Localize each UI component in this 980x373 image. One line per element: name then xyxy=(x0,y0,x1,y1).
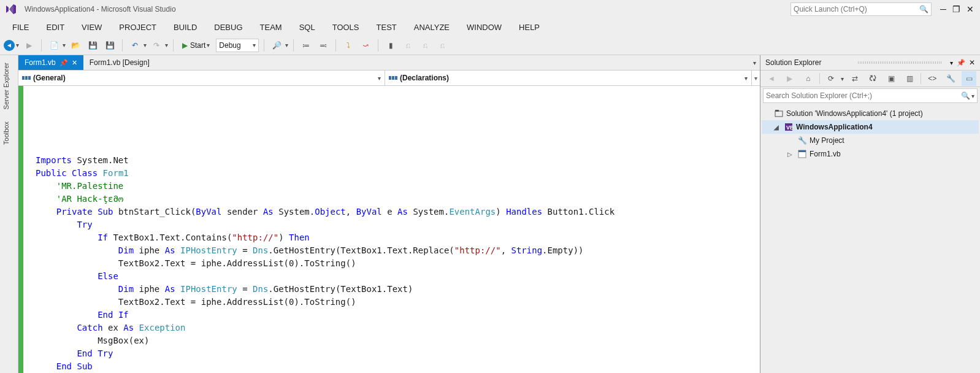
find-in-files-button[interactable]: 🔎 xyxy=(269,38,284,53)
sol-preview-button[interactable]: ▭ xyxy=(962,71,976,86)
sol-collapse-button[interactable]: ▣ xyxy=(884,71,898,86)
tree-myproject-label: My Project xyxy=(810,136,844,145)
expand-arrow-icon[interactable]: ◢ xyxy=(774,124,781,131)
start-dropdown[interactable]: ▾ xyxy=(207,42,210,48)
code-line[interactable]: End If xyxy=(36,309,760,321)
menu-window[interactable]: WINDOW xyxy=(459,20,509,34)
code-line[interactable]: 'AR Hack-ţɛმო xyxy=(36,193,760,206)
undo-dropdown[interactable]: ▾ xyxy=(144,42,147,48)
redo-button[interactable]: ↷ xyxy=(149,38,164,53)
quick-launch-input[interactable]: 🔍 xyxy=(791,2,932,16)
tree-form-node[interactable]: ▷ Form1.vb xyxy=(762,147,979,161)
sol-forward-button[interactable]: ▶ xyxy=(783,71,797,86)
menu-project[interactable]: PROJECT xyxy=(112,20,164,34)
menu-sql[interactable]: SQL xyxy=(292,20,323,34)
code-line[interactable]: If TextBox1.Text.Contains("http://") The… xyxy=(36,231,760,244)
quick-launch-field[interactable] xyxy=(794,5,919,13)
restore-button[interactable]: ❐ xyxy=(952,4,960,14)
code-line[interactable]: MsgBox(ex) xyxy=(36,334,760,347)
code-line[interactable]: Public Class Form1 xyxy=(36,167,760,180)
panel-pin-button[interactable]: 📌 xyxy=(957,59,965,67)
bookmark-button[interactable]: ▮ xyxy=(383,38,398,53)
code-line[interactable]: Private Sub btnStart_Click(ByVal sender … xyxy=(36,206,760,218)
solution-search-field[interactable] xyxy=(766,91,961,100)
svg-rect-14 xyxy=(798,150,806,152)
scope-dropdown-right[interactable]: (Declarations) xyxy=(385,71,751,85)
code-line[interactable]: Catch ex As Exception xyxy=(36,321,760,334)
menu-edit[interactable]: EDIT xyxy=(39,20,72,34)
menu-analyze[interactable]: ANALYZE xyxy=(407,20,457,34)
sidetab-server-explorer[interactable]: Server Explorer xyxy=(0,58,12,114)
svg-rect-7 xyxy=(392,76,394,80)
sol-properties-button[interactable]: 🔧 xyxy=(943,71,958,86)
sidetab-toolbox[interactable]: Toolbox xyxy=(0,117,12,150)
open-file-button[interactable]: 📂 xyxy=(68,38,83,53)
uncomment-button[interactable]: ≕ xyxy=(316,38,331,53)
sol-scope-dropdown[interactable]: ▾ xyxy=(841,75,844,82)
menu-file[interactable]: FILE xyxy=(5,20,36,34)
menu-debug[interactable]: DEBUG xyxy=(207,20,250,34)
code-line[interactable]: Else xyxy=(36,270,760,283)
code-line[interactable]: Dim iphe As IPHostEntry = Dns.GetHostEnt… xyxy=(36,244,760,257)
tool-button-2[interactable]: ⎌ xyxy=(418,38,432,53)
tool-button-1[interactable]: ⎌ xyxy=(400,38,415,53)
close-tab-button[interactable]: ✕ xyxy=(72,59,77,67)
step-in-button[interactable]: ⤵ xyxy=(341,38,356,53)
redo-dropdown[interactable]: ▾ xyxy=(165,42,168,48)
code-line[interactable]: End Try xyxy=(36,347,760,360)
tree-myproject-node[interactable]: 🔧 My Project xyxy=(762,134,979,147)
nav-backward-dropdown[interactable]: ▾ xyxy=(16,42,19,48)
solution-config-select[interactable]: Debug ▾ xyxy=(216,39,259,52)
code-line[interactable]: TextBox2.Text = iphe.AddressList(0).ToSt… xyxy=(36,296,760,309)
minimize-button[interactable]: ─ xyxy=(940,4,946,14)
tool-button-3[interactable]: ⎌ xyxy=(435,38,450,53)
tab-overflow-button[interactable]: ▾ xyxy=(753,60,756,66)
comment-button[interactable]: ≔ xyxy=(299,38,313,53)
save-all-button[interactable]: 💾 xyxy=(102,38,117,53)
split-editor-button[interactable]: ▾ xyxy=(751,71,760,85)
save-button[interactable]: 💾 xyxy=(85,38,100,53)
code-line[interactable]: Dim iphe As IPHostEntry = Dns.GetHostEnt… xyxy=(36,283,760,296)
menu-test[interactable]: TEST xyxy=(369,20,404,34)
sol-refresh-button[interactable]: 🗘 xyxy=(866,71,881,86)
nav-backward-button[interactable]: ◄ xyxy=(4,40,15,51)
code-line[interactable]: Try xyxy=(36,218,760,231)
sol-back-button[interactable]: ◄ xyxy=(764,71,779,86)
new-project-dropdown[interactable]: ▾ xyxy=(63,42,66,48)
code-line[interactable]: End Sub xyxy=(36,360,760,373)
code-editor[interactable]: Imports System.NetPublic Class Form1 'MR… xyxy=(18,86,760,373)
new-project-button[interactable]: 📄 xyxy=(47,38,61,53)
code-line[interactable]: TextBox2.Text = iphe.AddressList(0).ToSt… xyxy=(36,257,760,270)
solution-search-input[interactable]: 🔍▾ xyxy=(763,88,978,103)
sol-home-button[interactable]: ⌂ xyxy=(801,71,816,86)
find-dropdown[interactable]: ▾ xyxy=(285,42,288,48)
sol-showall-button[interactable]: ▥ xyxy=(902,71,917,86)
solution-tree[interactable]: Solution 'WindowsApplication4' (1 projec… xyxy=(760,104,980,163)
sol-sync-button[interactable]: ⇄ xyxy=(848,71,862,86)
svg-rect-9 xyxy=(775,111,783,117)
doc-tab[interactable]: Form1.vb📌✕ xyxy=(18,55,83,70)
collapse-arrow-icon[interactable]: ▷ xyxy=(787,151,795,158)
tree-solution-root[interactable]: Solution 'WindowsApplication4' (1 projec… xyxy=(762,107,979,120)
code-line[interactable]: Imports System.Net xyxy=(36,154,760,167)
menu-build[interactable]: BUILD xyxy=(166,20,204,34)
sol-scope-button[interactable]: ⟳ xyxy=(824,71,838,86)
menu-help[interactable]: HELP xyxy=(511,20,547,34)
start-debug-button[interactable]: ▶ Start ▾ xyxy=(178,38,213,53)
menu-tools[interactable]: TOOLS xyxy=(325,20,367,34)
sol-code-button[interactable]: <> xyxy=(925,71,940,86)
scope-dropdown-left[interactable]: (General) xyxy=(18,71,385,85)
doc-tab[interactable]: Form1.vb [Design] xyxy=(83,55,156,70)
menu-team[interactable]: TEAM xyxy=(253,20,289,34)
pin-icon[interactable]: 📌 xyxy=(59,59,68,67)
undo-button[interactable]: ↶ xyxy=(128,38,142,53)
code-line[interactable]: 'MR.Palestine xyxy=(36,180,760,193)
close-button[interactable]: ✕ xyxy=(967,4,974,14)
nav-forward-button[interactable]: ▶ xyxy=(21,38,36,53)
menu-view[interactable]: VIEW xyxy=(74,20,109,34)
tree-form-label: Form1.vb xyxy=(810,150,841,158)
panel-close-button[interactable]: ✕ xyxy=(969,58,975,67)
tree-project-node[interactable]: ◢ VB WindowsApplication4 xyxy=(762,120,979,134)
step-over-button[interactable]: ⤻ xyxy=(358,38,373,53)
panel-menu-button[interactable]: ▾ xyxy=(950,60,953,66)
